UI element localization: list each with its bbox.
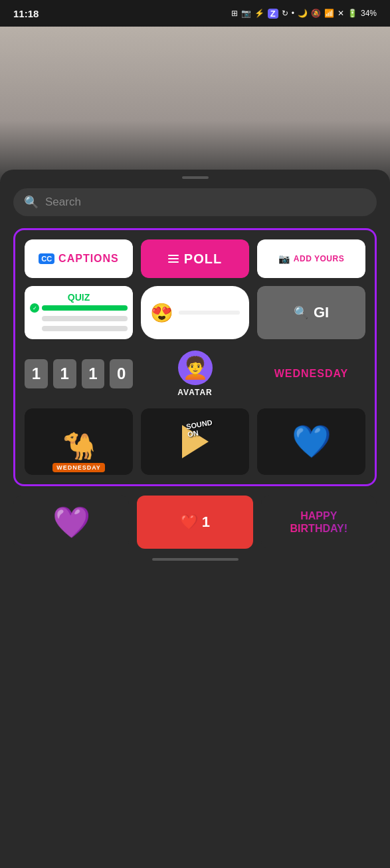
camera-preview [0,27,390,183]
sound-on-sticker[interactable]: SOUND ON [141,408,249,475]
captions-sticker[interactable]: CC CAPTIONS [25,239,133,278]
birthday-label: HAPPY BIRTHDAY! [290,509,348,535]
drag-handle[interactable] [182,176,209,179]
slider-track [179,311,240,315]
cc-icon: CC [39,253,54,264]
sound-on-content: SOUND ON [179,422,212,462]
emoji-slider-sticker[interactable]: 😍 [141,286,249,339]
purple-heart-emoji: 💜 [52,504,90,540]
purple-heart-sticker[interactable]: 💜 [13,496,129,549]
camel-emoji: 🐪 [62,430,96,462]
like-number: 1 [202,513,210,531]
quiz-check-icon: ✓ [30,303,39,313]
gif-search-icon: 🔍 [294,305,308,320]
birthday-line1: HAPPY [290,509,348,522]
poll-label: POLL [184,251,222,267]
sync-icon: ↻ [282,9,288,18]
poll-sticker[interactable]: POLL [141,239,249,278]
countdown-sticker[interactable]: 1 1 1 0 [25,347,133,400]
countdown-digit-1: 1 [25,359,48,388]
gif-label: GI [314,304,329,321]
countdown-digit-4: 0 [110,359,133,388]
status-time: 11:18 [13,8,39,19]
avatar-image: 🧑‍🦱 [178,351,213,385]
add-yours-sticker[interactable]: 📷 ADD YOURS [257,239,365,278]
quiz-option-2 [30,314,128,323]
search-icon: 🔍 [24,195,39,210]
birthday-line2: BIRTHDAY! [290,522,348,535]
moon-icon: 🌙 [298,9,308,18]
status-bar: 11:18 ⊞ 📷 ⚡ Z ↻ • 🌙 🔕 📶 ✕ 🔋 34% [0,0,390,27]
bell-mute-icon: 🔕 [311,9,321,18]
instagram-icon: 📷 [241,9,251,18]
wednesday-label: WEDNESDAY [274,368,349,380]
camel-wednesday-sticker[interactable]: 🐪 WEDNESDAY [25,408,133,475]
home-indicator [152,558,239,561]
grid-icon: ⊞ [231,9,238,18]
quiz-label: QUIZ [68,292,90,303]
sticker-grid: CC CAPTIONS POLL 📷 [25,239,365,475]
quiz-option-1: ✓ [30,303,128,313]
battery-percent: 34% [361,9,377,18]
poll-lines-icon [168,255,179,263]
happy-birthday-sticker[interactable]: HAPPY BIRTHDAY! [261,496,377,549]
wednesday-badge: WEDNESDAY [52,463,105,472]
add-yours-label: ADD YOURS [294,254,344,263]
avatar-sticker[interactable]: 🧑‍🦱 AVATAR [141,347,249,400]
quiz-sticker[interactable]: QUIZ ✓ [25,286,133,339]
avatar-label: AVATAR [177,388,212,397]
countdown-digit-2: 1 [53,359,76,388]
captions-label: CAPTIONS [58,253,119,265]
battery-icon: 🔋 [347,9,357,18]
sticker-picker-sheet: 🔍 Search CC CAPTIONS [0,170,390,868]
heart-icon: ❤️ [180,513,198,531]
wednesday-text-sticker[interactable]: WEDNESDAY [257,347,365,400]
x-signal-icon: ✕ [338,9,344,18]
gif-sticker[interactable]: 🔍 GI [257,286,365,339]
search-placeholder: Search [45,196,81,209]
blue-heart-sticker[interactable]: 💙 [257,408,365,475]
wifi-icon: 📶 [324,9,334,18]
like-count-sticker[interactable]: ❤️ 1 [137,496,252,549]
status-icons: ⊞ 📷 ⚡ Z ↻ • 🌙 🔕 📶 ✕ 🔋 34% [231,9,377,19]
sticker-grid-highlighted: CC CAPTIONS POLL 📷 [13,228,377,486]
camera-small-icon: 📷 [278,253,290,264]
blue-heart-emoji: 💙 [292,423,332,460]
z-icon: Z [268,9,278,19]
bottom-sticker-row: 💜 ❤️ 1 HAPPY BIRTHDAY! [13,496,377,549]
search-bar[interactable]: 🔍 Search [13,188,377,216]
quiz-option-3 [30,324,128,333]
heart-eyes-emoji: 😍 [150,302,173,324]
countdown-digit-3: 1 [82,359,105,388]
bolt-icon: ⚡ [254,9,264,18]
dot-icon: • [292,9,294,18]
